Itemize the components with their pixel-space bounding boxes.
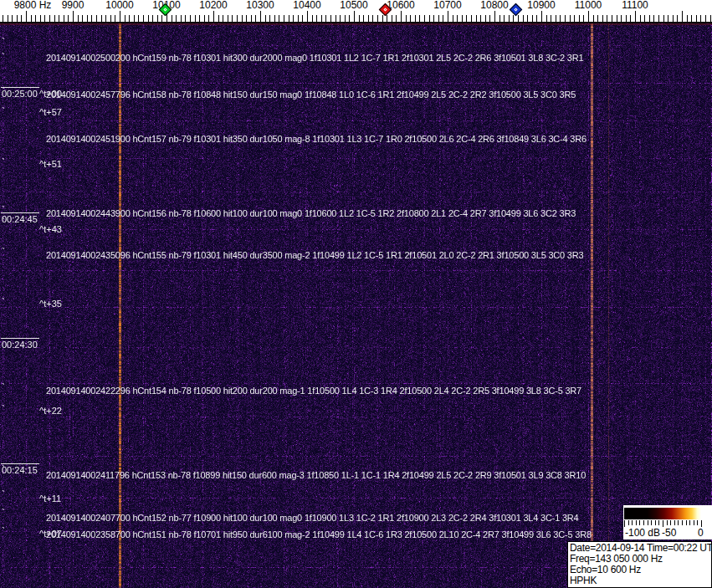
blue-marker-diamond-center — [514, 8, 517, 11]
left-edge-tick: ` — [2, 465, 5, 476]
axis-minor-tick — [396, 15, 397, 22]
spectrogram-window: 9800 Hz990010000101001020010300104001050… — [0, 0, 712, 588]
legend-tick — [651, 520, 652, 525]
time-axis-label: 00:24:30 — [1, 338, 39, 350]
axis-minor-tick — [626, 15, 627, 22]
axis-minor-tick — [152, 15, 153, 22]
axis-minor-tick — [325, 15, 326, 22]
axis-minor-tick — [705, 15, 706, 22]
axis-minor-tick — [485, 15, 486, 22]
axis-minor-tick — [40, 15, 41, 22]
axis-minor-tick — [302, 15, 303, 22]
axis-minor-tick — [330, 15, 331, 22]
axis-minor-tick — [17, 15, 18, 22]
axis-minor-tick — [658, 15, 659, 22]
axis-minor-tick — [443, 15, 443, 22]
left-edge-tick: ` — [2, 107, 5, 118]
axis-minor-tick — [96, 15, 97, 22]
axis-minor-tick — [513, 15, 514, 22]
legend-tick — [686, 520, 687, 525]
axis-minor-tick — [148, 15, 149, 22]
axis-minor-tick — [602, 15, 603, 22]
axis-minor-tick — [87, 15, 88, 22]
axis-minor-tick — [406, 15, 407, 22]
axis-minor-tick — [181, 15, 182, 22]
time-axis-label: 00:24:15 — [1, 463, 39, 476]
left-edge-tick: ` — [2, 490, 5, 501]
axis-minor-tick — [91, 15, 92, 22]
event-time-marker: ^t+51 — [39, 159, 62, 170]
axis-minor-tick — [195, 15, 196, 22]
axis-minor-tick — [157, 15, 158, 22]
axis-minor-tick — [372, 15, 373, 22]
left-edge-tick: ` — [2, 527, 5, 538]
axis-minor-tick — [453, 15, 453, 22]
event-text-line: 20140914002451900 hCnt157 nb-79 f10301 h… — [46, 134, 587, 145]
axis-minor-tick — [471, 15, 472, 22]
axis-minor-tick — [125, 15, 125, 22]
axis-minor-tick — [82, 15, 83, 22]
left-edge-tick: ` — [2, 248, 5, 258]
axis-minor-tick — [284, 15, 284, 22]
legend-tick — [689, 520, 690, 525]
axis-minor-tick — [237, 15, 238, 22]
axis-minor-tick — [312, 15, 313, 22]
axis-minor-tick — [382, 15, 383, 22]
axis-minor-tick — [583, 15, 584, 22]
axis-minor-tick — [129, 15, 130, 22]
axis-minor-tick — [668, 15, 668, 22]
event-time-marker: ^t+35 — [39, 299, 62, 309]
axis-minor-tick — [8, 15, 8, 22]
axis-minor-tick — [12, 15, 13, 22]
axis-major-tick — [635, 11, 636, 22]
legend-tick — [674, 520, 675, 525]
axis-minor-tick — [696, 15, 697, 22]
axis-minor-tick — [59, 15, 59, 22]
event-text-line: 20140914002411796 hCnt153 nb-78 f10899 h… — [46, 470, 586, 481]
waterfall-spectrogram-canvas[interactable] — [0, 23, 712, 588]
axis-minor-tick — [134, 15, 135, 22]
left-edge-tick: ` — [2, 298, 5, 309]
axis-minor-tick — [410, 15, 411, 22]
blue-marker-diamond-icon[interactable] — [510, 3, 523, 17]
freq-tick-label: 10900 — [527, 0, 555, 11]
freq-tick-label: 10300 — [246, 0, 274, 11]
axis-minor-tick — [419, 15, 420, 22]
axis-minor-tick — [64, 15, 64, 22]
axis-minor-tick — [691, 15, 692, 22]
left-edge-tick: ` — [2, 206, 5, 217]
axis-minor-tick — [560, 15, 561, 22]
axis-minor-tick — [190, 15, 191, 22]
event-time-marker: ^t+11 — [39, 493, 61, 504]
legend-tick — [667, 520, 668, 525]
event-text-line: 20140914002443900 hCnt156 nb-78 f10600 h… — [46, 208, 576, 219]
axis-minor-tick — [228, 15, 228, 22]
status-info-box: Date=2014-09-14 Time=00:22 UTC Freq=143 … — [567, 541, 712, 588]
axis-minor-tick — [176, 15, 177, 22]
axis-minor-tick — [110, 15, 111, 22]
axis-minor-tick — [138, 15, 139, 22]
axis-major-tick — [26, 11, 27, 22]
axis-minor-tick — [649, 15, 650, 22]
axis-minor-tick — [509, 15, 510, 22]
axis-minor-tick — [345, 15, 346, 22]
axis-minor-tick — [527, 15, 528, 22]
axis-minor-tick — [265, 15, 266, 22]
axis-major-tick — [307, 11, 308, 22]
event-text-line: 20140914002422296 hCnt154 nb-78 f10500 h… — [46, 386, 581, 396]
axis-minor-tick — [143, 15, 144, 22]
axis-minor-tick — [185, 15, 186, 22]
axis-minor-tick — [298, 15, 299, 22]
axis-major-tick — [401, 11, 402, 22]
axis-minor-tick — [621, 15, 622, 22]
freq-tick-label: 9800 Hz — [14, 0, 52, 11]
axis-minor-tick — [433, 15, 434, 22]
axis-minor-tick — [101, 15, 102, 22]
axis-major-tick — [120, 11, 120, 22]
axis-minor-tick — [579, 15, 580, 22]
legend-tick — [694, 520, 694, 525]
event-time-marker: ^t+22 — [39, 406, 62, 417]
axis-minor-tick — [504, 15, 505, 22]
legend-tick — [624, 520, 625, 527]
freq-tick-label: 10000 — [105, 0, 133, 11]
